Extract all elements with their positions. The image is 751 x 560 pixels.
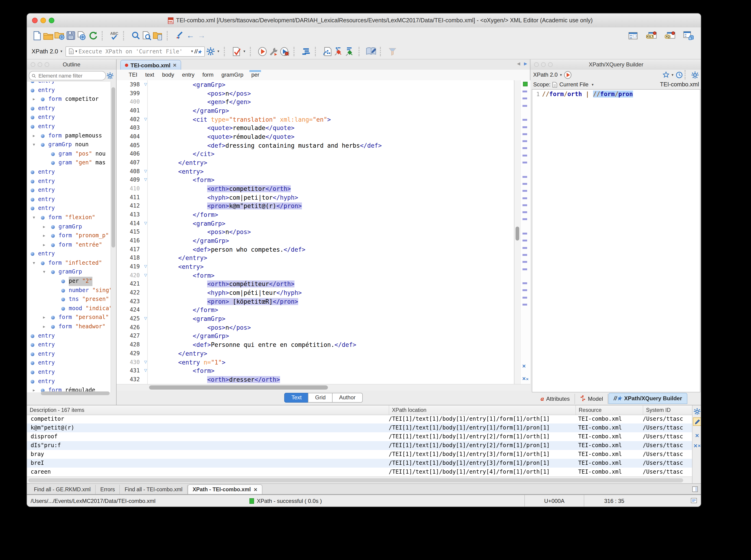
tree-collapsed-icon[interactable]: ▶ xyxy=(41,313,47,322)
outline-item[interactable]: per "2" xyxy=(27,277,111,286)
builder-settings-gear-button[interactable] xyxy=(691,69,699,80)
panel-dots[interactable] xyxy=(534,62,553,67)
xpath-result-marker[interactable] xyxy=(522,268,527,270)
code-line[interactable]: 429 </entry> xyxy=(117,349,514,358)
open-folder-button[interactable] xyxy=(43,30,54,41)
results-settings-gear-button[interactable] xyxy=(693,407,701,416)
code-line[interactable]: 420▽ <form> xyxy=(117,271,514,280)
database-perspective-button[interactable] xyxy=(683,30,694,41)
code-line[interactable]: 426 <pos>n</pos> xyxy=(117,323,514,332)
element-filter-box[interactable] xyxy=(29,71,106,80)
fold-open-icon[interactable]: ▽ xyxy=(142,314,149,323)
fold-open-icon[interactable]: ▽ xyxy=(142,176,149,184)
tree-expanded-icon[interactable]: ▼ xyxy=(31,259,37,268)
xpath-result-marker[interactable] xyxy=(522,147,527,149)
xpath-result-marker[interactable] xyxy=(522,98,527,100)
outline-item[interactable]: entry xyxy=(27,377,111,386)
builder-tab-attributes[interactable]: aAttributes xyxy=(536,394,575,404)
xpath-version-label[interactable]: XPath 2.0 xyxy=(32,48,58,55)
chevron-down-icon[interactable]: ▾ xyxy=(672,73,673,77)
xpath-expression[interactable]: //form/orth | //form/pron xyxy=(542,89,633,99)
column-header-system-id[interactable]: System ID xyxy=(643,405,692,415)
code-line[interactable]: 427 </gramGrp> xyxy=(117,332,514,340)
result-row[interactable]: competitor/TEI[1]/text[1]/body[1]/entry[… xyxy=(27,415,692,423)
outline-tree[interactable]: entryentry▶form competitorentryentryentr… xyxy=(27,82,111,392)
open-url-button[interactable] xyxy=(54,30,65,41)
view-button-grid[interactable]: Grid xyxy=(308,393,333,403)
view-button-author[interactable]: Author xyxy=(332,393,362,403)
xpath-result-marker[interactable] xyxy=(522,211,527,213)
xpath-result-marker[interactable] xyxy=(522,240,527,242)
xpath-result-marker[interactable] xyxy=(522,133,527,135)
xpath-result-marker[interactable] xyxy=(522,282,527,284)
outline-settings-gear-button[interactable] xyxy=(106,72,114,80)
panel-dots[interactable] xyxy=(31,62,49,67)
code-line[interactable]: 404 <quote>rémoulade</quote> xyxy=(117,132,514,141)
breadcrumb-item-text[interactable]: text xyxy=(145,69,154,80)
results-horizontal-scrollbar[interactable] xyxy=(27,476,692,484)
pin-green-button[interactable] xyxy=(344,46,355,57)
code-line[interactable]: 411 <hyph>com|peti|tor</hyph> xyxy=(117,193,514,202)
last-edit-location-button[interactable]: * xyxy=(174,30,185,41)
fold-open-icon[interactable]: ▽ xyxy=(142,358,149,366)
scrollbar-thumb[interactable] xyxy=(28,478,683,482)
outline-item[interactable]: number "sing" xyxy=(27,286,111,295)
panel-toggle-icon[interactable] xyxy=(692,486,698,494)
scrollbar-thumb[interactable] xyxy=(516,226,519,241)
xpath-expression-editor[interactable]: 1 //form/orth | //form/pron xyxy=(532,89,700,392)
result-row[interactable]: breI/TEI[1]/text[1]/body[1]/entry[3]/for… xyxy=(27,459,692,467)
editor-horizontal-scrollbar[interactable] xyxy=(117,384,530,391)
outline-item[interactable]: entry xyxy=(27,113,111,122)
outline-item[interactable]: ▶form "pronom_p" xyxy=(27,231,111,240)
forward-button[interactable]: → xyxy=(196,30,207,41)
outline-vertical-scrollbar[interactable] xyxy=(112,87,115,247)
result-row[interactable]: k@m"petit@(r)/TEI[1]/text[1]/body[1]/ent… xyxy=(27,423,692,432)
code-line[interactable]: 432 <orth>dresser</orth> xyxy=(117,375,514,384)
fold-open-icon[interactable]: ▽ xyxy=(142,115,149,123)
outline-item[interactable]: ▼form "flexion" xyxy=(27,213,111,222)
xpath-result-marker[interactable] xyxy=(522,297,527,298)
code-line[interactable]: 413 </form> xyxy=(117,211,514,219)
code-line[interactable]: 402▽ <cit type="translation" xml:lang="e… xyxy=(117,115,514,123)
profiler-funnel-button[interactable] xyxy=(387,46,398,57)
remove-result-button[interactable]: ✕ xyxy=(693,432,701,440)
chevron-down-icon[interactable]: ▾ xyxy=(592,82,594,86)
xpath-settings-gear-button[interactable] xyxy=(205,46,216,57)
outline-item[interactable]: entry xyxy=(27,204,111,213)
outline-item[interactable]: ▼form "inflected" xyxy=(27,259,111,268)
reload-icon[interactable] xyxy=(87,30,98,41)
xpath-favorites-icon[interactable]: //★ xyxy=(194,48,202,55)
outline-item[interactable]: entry xyxy=(27,331,111,340)
column-header-xpath[interactable]: XPath location xyxy=(389,405,575,415)
outline-item[interactable]: entry xyxy=(27,340,111,349)
code-line[interactable]: 431▽ <form> xyxy=(117,366,514,375)
element-filter-input[interactable] xyxy=(38,73,103,79)
outline-item[interactable]: entry xyxy=(27,82,111,86)
tree-collapsed-icon[interactable]: ▶ xyxy=(31,131,37,140)
fold-open-icon[interactable]: ▽ xyxy=(142,262,149,271)
code-line[interactable]: 417 <def>person who competes.</def> xyxy=(117,245,514,254)
xpath-result-marker[interactable] xyxy=(522,247,527,249)
back-button[interactable]: ← xyxy=(185,30,196,41)
tab-scroll-arrows[interactable]: ◀▶ xyxy=(517,61,527,66)
code-line[interactable]: 399 <pos>n</pos> xyxy=(117,89,514,98)
builder-tab-xpath-xquery-builder[interactable]: //★XPath/XQuery Builder xyxy=(609,393,687,404)
tree-expanded-icon[interactable]: ▼ xyxy=(41,268,47,277)
outline-item[interactable]: entry xyxy=(27,368,111,377)
code-line[interactable]: 410 <orth>competitor</orth> xyxy=(117,184,514,193)
tab-tei-combo[interactable]: TEI-combo.xml ✕ xyxy=(120,60,181,70)
outline-item[interactable]: entry xyxy=(27,168,111,177)
scope-value[interactable]: Current File xyxy=(559,81,589,88)
view-button-text[interactable]: Text xyxy=(284,393,309,403)
find-resource-button[interactable] xyxy=(152,30,163,41)
outline-item[interactable]: ▶form "headwor" xyxy=(27,322,111,331)
code-line[interactable]: 422 <hyph>com|péti|teur</hyph> xyxy=(117,288,514,297)
xpath-result-marker[interactable] xyxy=(522,154,527,156)
chevron-down-icon[interactable]: ▾ xyxy=(560,73,562,77)
outline-item[interactable]: ▶gramGrp xyxy=(27,222,111,231)
ruler-xx-icon[interactable]: ✕✕ xyxy=(522,376,529,381)
breadcrumb-item-gramGrp[interactable]: gramGrp xyxy=(221,69,243,80)
review-button[interactable] xyxy=(365,46,377,57)
tree-collapsed-icon[interactable]: ▶ xyxy=(31,95,37,104)
xpath-result-marker[interactable] xyxy=(522,233,527,235)
